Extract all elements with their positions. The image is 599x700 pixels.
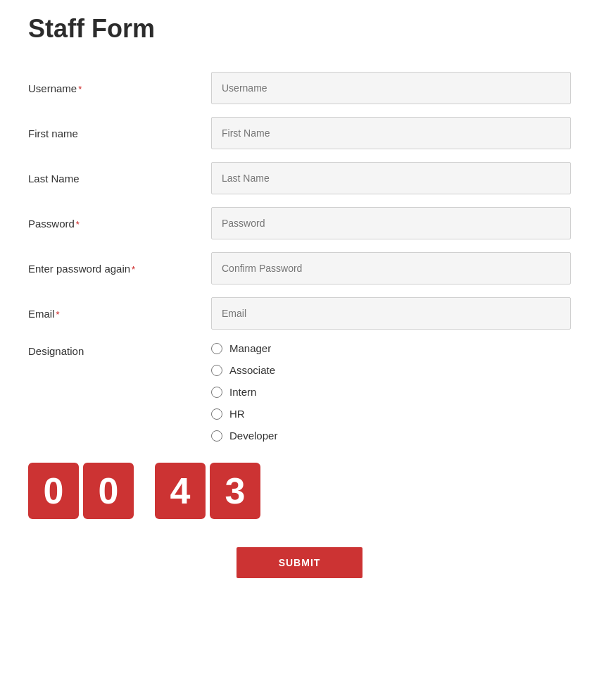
radio-label-manager: Manager xyxy=(229,342,271,354)
radio-associate[interactable] xyxy=(211,365,222,376)
label-firstname: First name xyxy=(28,127,211,139)
field-row-email: Email* xyxy=(28,297,571,330)
radio-label-intern: Intern xyxy=(229,386,256,398)
required-star: * xyxy=(132,264,135,275)
required-star: * xyxy=(76,219,80,230)
designation-row: Designation ManagerAssociateInternHRDeve… xyxy=(28,342,571,442)
input-firstname[interactable] xyxy=(211,117,571,149)
input-username[interactable] xyxy=(211,72,571,104)
label-confirm-password: Enter password again* xyxy=(28,263,211,275)
field-row-lastname: Last Name xyxy=(28,162,571,194)
radio-label-developer: Developer xyxy=(229,430,277,442)
designation-label: Designation xyxy=(28,342,211,357)
submit-section: SUBMIT xyxy=(28,547,571,578)
captcha-digit-1: 0 xyxy=(83,463,134,519)
radio-developer[interactable] xyxy=(211,430,222,442)
field-row-password: Password* xyxy=(28,207,571,239)
required-star: * xyxy=(56,309,60,320)
radio-hr[interactable] xyxy=(211,408,222,420)
captcha-digit-3: 3 xyxy=(210,463,260,519)
captcha-digit-2: 4 xyxy=(155,463,206,519)
submit-button[interactable]: SUBMIT xyxy=(237,547,363,578)
captcha-digit-0: 0 xyxy=(28,463,79,519)
label-email: Email* xyxy=(28,308,211,320)
label-username: Username* xyxy=(28,82,211,94)
radio-label-associate: Associate xyxy=(229,364,275,376)
label-password: Password* xyxy=(28,218,211,230)
field-row-confirm-password: Enter password again* xyxy=(28,252,571,285)
label-lastname: Last Name xyxy=(28,173,211,185)
radio-item-intern[interactable]: Intern xyxy=(211,386,277,398)
radio-item-developer[interactable]: Developer xyxy=(211,430,277,442)
designation-radio-group: ManagerAssociateInternHRDeveloper xyxy=(211,342,277,442)
field-row-firstname: First name xyxy=(28,117,571,149)
required-star: * xyxy=(78,84,82,94)
input-lastname[interactable] xyxy=(211,162,571,194)
captcha-section: 0043 xyxy=(28,463,571,519)
input-confirm-password[interactable] xyxy=(211,252,571,285)
staff-form: Username*First nameLast NamePassword*Ent… xyxy=(28,72,571,578)
field-row-username: Username* xyxy=(28,72,571,104)
radio-intern[interactable] xyxy=(211,387,222,398)
radio-manager[interactable] xyxy=(211,343,222,354)
input-password[interactable] xyxy=(211,207,571,239)
page-title: Staff Form xyxy=(28,14,571,44)
radio-item-manager[interactable]: Manager xyxy=(211,342,277,354)
radio-label-hr: HR xyxy=(229,408,245,420)
radio-item-hr[interactable]: HR xyxy=(211,408,277,420)
radio-item-associate[interactable]: Associate xyxy=(211,364,277,376)
input-email[interactable] xyxy=(211,297,571,330)
